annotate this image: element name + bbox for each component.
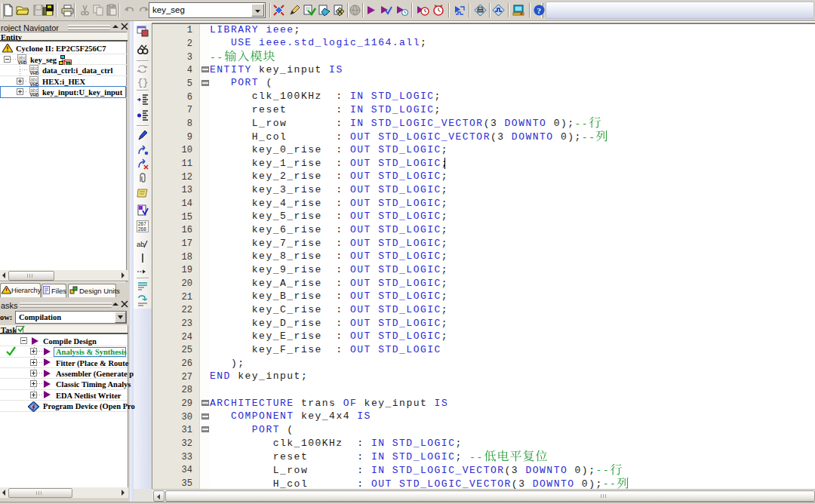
- svg-text:abc: abc: [30, 88, 38, 93]
- svg-text:268: 268: [138, 226, 146, 232]
- svg-text:abc: abc: [30, 66, 38, 71]
- svg-text:abc: abc: [18, 55, 26, 60]
- svg-text:abc: abc: [30, 77, 38, 82]
- svg-text:ab: ab: [137, 240, 145, 248]
- svg-text:267: 267: [138, 221, 146, 226]
- svg-text:VHD: VHD: [30, 93, 39, 97]
- svg-text:?: ?: [537, 6, 542, 15]
- svg-text:VHD: VHD: [30, 71, 39, 75]
- svg-text:{}: {}: [137, 78, 148, 88]
